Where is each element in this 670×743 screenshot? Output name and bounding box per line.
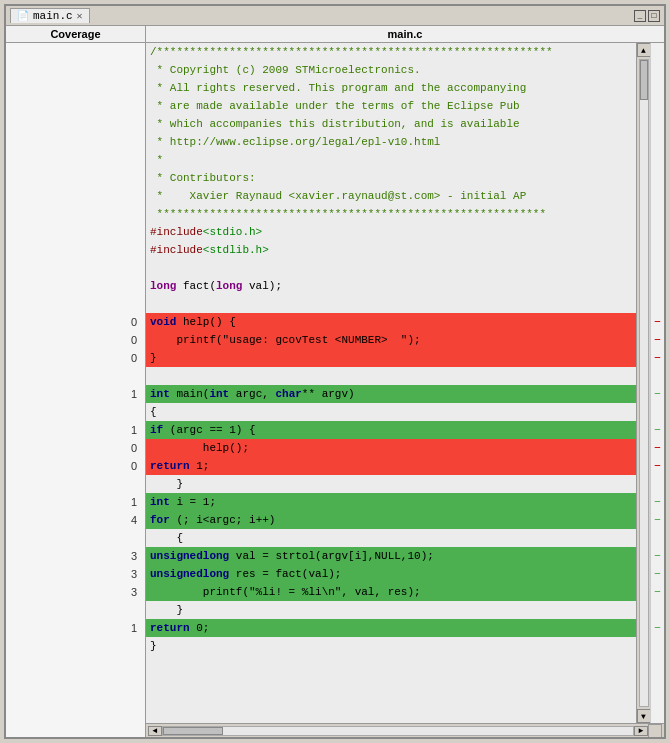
gutter-row [6, 205, 145, 223]
marker-row [651, 277, 664, 295]
marker-row: — [651, 565, 664, 583]
marker-area: ————————————— [650, 43, 664, 723]
code-line: help(); [146, 439, 636, 457]
code-line: void help() { [146, 313, 636, 331]
gutter-row [6, 115, 145, 133]
code-line: * [146, 151, 636, 169]
code-line: /***************************************… [146, 43, 636, 61]
scroll-corner [648, 724, 662, 738]
scroll-track-v[interactable] [639, 59, 649, 707]
gutter-row [6, 637, 145, 655]
marker-row [651, 97, 664, 115]
gutter-row [6, 367, 145, 385]
code-line: * Contributors: [146, 169, 636, 187]
gutter-row [6, 403, 145, 421]
right-container: /***************************************… [146, 43, 664, 737]
gutter-row [6, 241, 145, 259]
gutter-row: 1 [6, 385, 145, 403]
red-marker: — [655, 353, 660, 363]
code-line: } [146, 637, 636, 655]
code-line: } [146, 601, 636, 619]
scroll-down-button[interactable]: ▼ [637, 709, 651, 723]
scroll-right-button[interactable]: ► [634, 726, 648, 736]
code-line: long fact(long val); [146, 277, 636, 295]
title-tab[interactable]: 📄 main.c ✕ [10, 8, 90, 23]
code-line: * All rights reserved. This program and … [146, 79, 636, 97]
code-line: #include <stdlib.h> [146, 241, 636, 259]
scroll-up-button[interactable]: ▲ [637, 43, 651, 57]
code-line: unsigned long val = strtol(argv[i],NULL,… [146, 547, 636, 565]
marker-row: — [651, 385, 664, 403]
code-line: return 0; [146, 619, 636, 637]
marker-row: — [651, 547, 664, 565]
code-line: printf("usage: gcovTest <NUMBER> "); [146, 331, 636, 349]
scroll-thumb-v[interactable] [640, 60, 648, 100]
coverage-panel: 0001100143331 [6, 43, 146, 737]
marker-row [651, 187, 664, 205]
scroll-track-h[interactable] [162, 726, 634, 736]
gutter-row [6, 133, 145, 151]
gutter-row [6, 259, 145, 277]
marker-row [651, 133, 664, 151]
marker-row [651, 475, 664, 493]
code-line: } [146, 475, 636, 493]
marker-row [651, 61, 664, 79]
code-line: } [146, 349, 636, 367]
gutter-row [6, 43, 145, 61]
marker-row [651, 169, 664, 187]
code-line: if (argc == 1) { [146, 421, 636, 439]
red-marker: — [655, 335, 660, 345]
file-icon: 📄 [17, 10, 29, 22]
marker-row [651, 223, 664, 241]
gutter-row: 0 [6, 457, 145, 475]
green-marker: — [655, 623, 660, 633]
code-line: ****************************************… [146, 205, 636, 223]
green-marker: — [655, 389, 660, 399]
code-line [146, 259, 636, 277]
marker-row [651, 151, 664, 169]
code-line: return 1; [146, 457, 636, 475]
marker-row: — [651, 349, 664, 367]
gutter-row [6, 295, 145, 313]
gutter-row [6, 169, 145, 187]
green-marker: — [655, 569, 660, 579]
green-marker: — [655, 425, 660, 435]
gutter-row [6, 187, 145, 205]
horizontal-scrollbar[interactable]: ◄ ► [146, 723, 664, 737]
gutter-row [6, 277, 145, 295]
marker-row: — [651, 331, 664, 349]
gutter-row [6, 97, 145, 115]
code-line: * are made available under the terms of … [146, 97, 636, 115]
code-line [146, 295, 636, 313]
window-frame: 📄 main.c ✕ _ □ Coverage main.c 000110014… [4, 4, 666, 739]
gutter-row [6, 151, 145, 169]
gutter-row: 3 [6, 583, 145, 601]
maximize-button[interactable]: □ [648, 10, 660, 22]
code-line: #include <stdio.h> [146, 223, 636, 241]
marker-row [651, 115, 664, 133]
vertical-scrollbar[interactable]: ▲ ▼ [636, 43, 650, 723]
scroll-left-button[interactable]: ◄ [148, 726, 162, 736]
red-marker: — [655, 443, 660, 453]
code-area[interactable]: /***************************************… [146, 43, 636, 723]
tab-label: main.c [33, 10, 73, 22]
file-header: main.c [146, 26, 664, 42]
code-line: for (; i<argc; i++) [146, 511, 636, 529]
marker-row [651, 637, 664, 655]
gutter-row: 0 [6, 331, 145, 349]
green-marker: — [655, 551, 660, 561]
tab-close-button[interactable]: ✕ [77, 10, 83, 22]
marker-row: — [651, 493, 664, 511]
column-headers: Coverage main.c [6, 26, 664, 43]
code-line: printf("%li! = %li\n", val, res); [146, 583, 636, 601]
marker-row: — [651, 439, 664, 457]
marker-row [651, 241, 664, 259]
marker-row [651, 367, 664, 385]
content-area: 0001100143331 /*************************… [6, 43, 664, 737]
marker-row: — [651, 619, 664, 637]
gutter-row [6, 529, 145, 547]
code-scroll-area: /***************************************… [146, 43, 664, 723]
minimize-button[interactable]: _ [634, 10, 646, 22]
scroll-thumb-h[interactable] [163, 727, 223, 735]
coverage-header: Coverage [6, 26, 146, 42]
